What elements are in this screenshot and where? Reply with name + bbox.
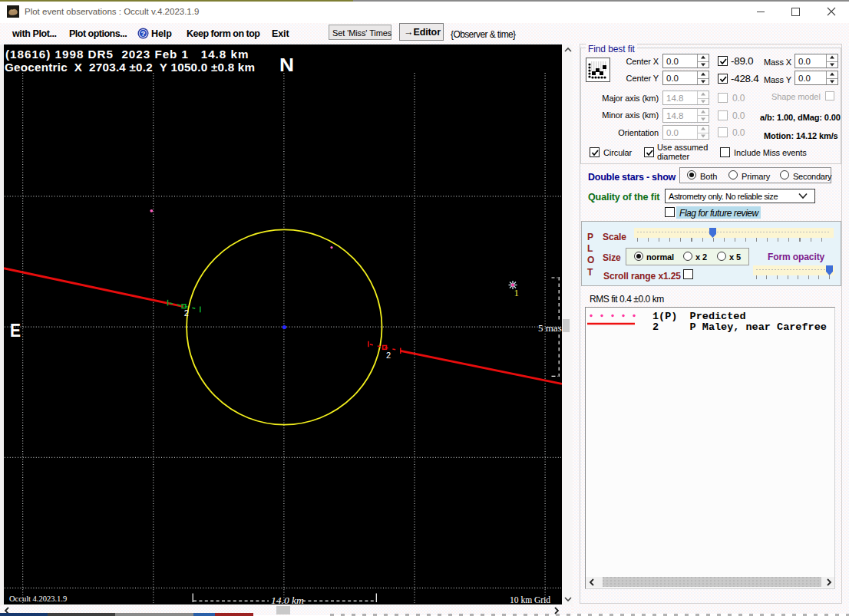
svg-text:10 km Grid: 10 km Grid [510, 595, 550, 604]
svg-text:N: N [279, 54, 294, 75]
svg-text:2: 2 [386, 351, 391, 360]
svg-text:Occult 4.2023.1.9: Occult 4.2023.1.9 [9, 595, 67, 603]
svg-text:2 P Maley, near Carefree: 2 P Maley, near Carefree [652, 321, 827, 333]
svg-text:2: 2 [184, 308, 189, 318]
svg-text:?: ? [141, 29, 146, 38]
svg-text:Geocentric X 2703.4 ±0.2 Y: Geocentric X 2703.4 ±0.2 Y 1050.0 ±0.8 k… [5, 61, 255, 74]
svg-text:1: 1 [514, 287, 520, 298]
svg-text:5 mas: 5 mas [538, 322, 562, 334]
svg-text:14.0 km: 14.0 km [271, 595, 304, 604]
svg-text:(18616) 1998 DR5 2023 Feb 1: (18616) 1998 DR5 2023 Feb 1 14.8 km [5, 48, 249, 61]
svg-text:E: E [10, 321, 21, 341]
